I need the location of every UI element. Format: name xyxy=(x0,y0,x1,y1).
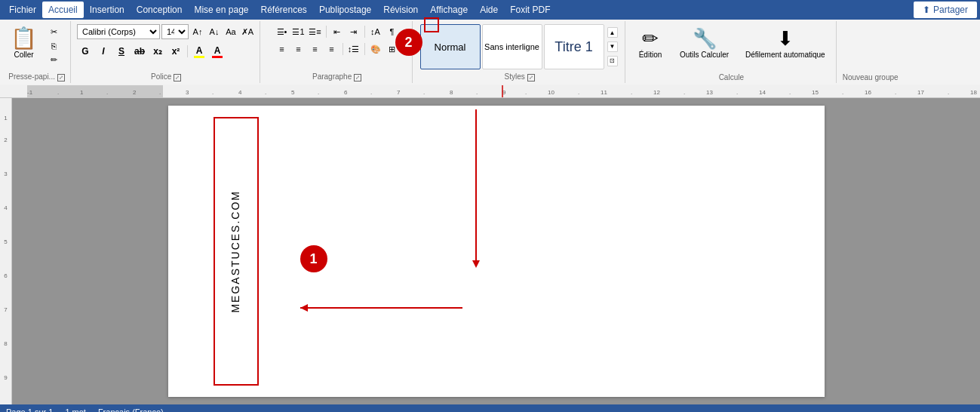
multilevel-button[interactable]: ☰≡ xyxy=(308,24,323,39)
menu-conception[interactable]: Conception xyxy=(131,2,189,18)
svg-text:.: . xyxy=(842,89,843,96)
svg-rect-0 xyxy=(27,85,163,97)
underline-button[interactable]: S xyxy=(113,44,130,59)
decrease-indent-button[interactable]: ⇤ xyxy=(330,24,345,39)
paragraph-label: Paragraphe ⤢ xyxy=(312,71,361,81)
svg-text:.: . xyxy=(948,89,949,96)
font-content: Calibri (Corps) 14 A↑ A↓ Aa ✗A G I S ab … xyxy=(77,23,255,71)
svg-text:1: 1 xyxy=(80,89,84,96)
numbering-button[interactable]: ☰1 xyxy=(291,24,306,39)
styles-scroll-up[interactable]: ▲ xyxy=(607,27,618,38)
svg-text:-1: -1 xyxy=(27,89,33,96)
paragraph-row-1: ☰• ☰1 ☰≡ ⇤ ⇥ ↕A ¶ xyxy=(275,24,400,39)
justify-button[interactable]: ≡ xyxy=(324,42,339,57)
align-left-button[interactable]: ≡ xyxy=(275,42,290,57)
svg-text:.: . xyxy=(212,89,214,96)
svg-text:.: . xyxy=(684,89,685,96)
svg-text:15: 15 xyxy=(812,89,819,96)
align-center-button[interactable]: ≡ xyxy=(291,42,306,57)
share-button[interactable]: ⬆ Partager xyxy=(914,2,977,18)
paragraph-content: ☰• ☰1 ☰≡ ⇤ ⇥ ↕A ¶ ≡ ≡ ≡ ≡ ↕☰ xyxy=(275,23,400,71)
font-label: Police ⤢ xyxy=(151,71,181,81)
subscript-button[interactable]: x₂ xyxy=(149,44,166,59)
document-scroll[interactable]: MEGASTUCES.COM 1 xyxy=(12,98,980,404)
clipboard-expand-icon[interactable]: ⤢ xyxy=(57,74,65,81)
menu-aide[interactable]: Aide xyxy=(474,2,504,18)
svg-text:7: 7 xyxy=(397,89,401,96)
menu-references[interactable]: Références xyxy=(255,2,313,18)
vertical-text: MEGASTUCES.COM xyxy=(229,190,244,313)
font-size-select[interactable]: 14 xyxy=(161,24,189,39)
cut-button[interactable]: ✂ xyxy=(43,26,64,38)
styles-expand-btn[interactable]: ⊡ xyxy=(607,56,618,66)
increase-indent-button[interactable]: ⇥ xyxy=(346,24,361,39)
clipboard-group: 📋 Coller ✂ ⎘ ✏ Presse-papi... ⤢ xyxy=(3,21,71,83)
paste-label: Coller xyxy=(14,51,33,59)
menu-accueil[interactable]: Accueil xyxy=(42,2,84,18)
svg-marker-44 xyxy=(472,260,480,268)
edition-button[interactable]: ✏ Édition xyxy=(631,24,669,62)
line-spacing-button[interactable]: ↕☰ xyxy=(346,42,361,57)
increase-font-button[interactable]: A↑ xyxy=(190,24,205,39)
svg-text:10: 10 xyxy=(548,89,555,96)
paste-button[interactable]: 📋 Coller xyxy=(8,24,40,69)
document-page: MEGASTUCES.COM 1 xyxy=(168,106,825,397)
para-div2 xyxy=(364,26,365,38)
styles-group: Normal Sans interligne Titre 1 ▲ ▼ ⊡ Sty… xyxy=(414,21,625,83)
clipboard-actions: ✂ ⎘ ✏ xyxy=(41,24,66,69)
svg-marker-42 xyxy=(300,304,308,312)
svg-text:18: 18 xyxy=(970,89,977,96)
styles-expand-icon[interactable]: ⤢ xyxy=(527,74,535,81)
sort-button[interactable]: ↕A xyxy=(368,24,383,39)
menu-mise-en-page[interactable]: Mise en page xyxy=(188,2,254,18)
superscript-button[interactable]: x² xyxy=(167,44,184,59)
menu-revision[interactable]: Révision xyxy=(377,2,424,18)
svg-text:14: 14 xyxy=(759,89,766,96)
menu-foxit[interactable]: Foxit PDF xyxy=(504,2,556,18)
copy-button[interactable]: ⎘ xyxy=(43,40,64,52)
styles-scroll: ▲ ▼ ⊡ xyxy=(606,24,619,69)
svg-text:.: . xyxy=(525,89,527,96)
strikethrough-button[interactable]: ab xyxy=(131,44,148,59)
outils-calculer-button[interactable]: 🔧 Outils Calculer xyxy=(674,24,735,62)
nouveau-label: Nouveau groupe xyxy=(843,72,899,81)
menu-fichier[interactable]: Fichier xyxy=(3,2,42,18)
svg-rect-2 xyxy=(676,85,978,97)
para-div1 xyxy=(326,26,327,38)
ribbon-row: 📋 Coller ✂ ⎘ ✏ Presse-papi... ⤢ Calibri xyxy=(0,20,980,85)
decrease-font-button[interactable]: A↓ xyxy=(207,24,222,39)
vertical-ruler: 1 2 3 4 5 6 7 8 9 xyxy=(0,98,12,404)
italic-button[interactable]: I xyxy=(95,44,112,59)
change-case-button[interactable]: Aa xyxy=(223,24,238,39)
svg-text:.: . xyxy=(789,89,791,96)
bullets-button[interactable]: ☰• xyxy=(275,24,290,39)
text-highlight-button[interactable]: A xyxy=(191,44,207,59)
scroll-icon: ⬇ xyxy=(777,27,794,51)
menu-affichage[interactable]: Affichage xyxy=(424,2,474,18)
font-family-select[interactable]: Calibri (Corps) xyxy=(77,24,160,39)
menu-publipostage[interactable]: Publipostage xyxy=(313,2,377,18)
defilement-automatique-button[interactable]: ⬇ Défilement automatique xyxy=(739,24,831,62)
vertical-arrow-svg xyxy=(468,106,484,272)
style-title-1[interactable]: Titre 1 xyxy=(544,24,604,69)
svg-text:17: 17 xyxy=(917,89,924,96)
svg-text:.: . xyxy=(318,89,319,96)
svg-text:.: . xyxy=(578,89,579,96)
style-no-spacing[interactable]: Sans interligne xyxy=(482,24,542,69)
paragraph-expand-icon[interactable]: ⤢ xyxy=(354,74,361,81)
menu-insertion[interactable]: Insertion xyxy=(84,2,131,18)
shading-button[interactable]: 🎨 xyxy=(368,42,383,57)
horizontal-ruler: -1 . 1 . 2 . 3 . 4 . 5 . 6 . 7 . 8 . 9 .… xyxy=(0,85,980,98)
align-right-button[interactable]: ≡ xyxy=(308,42,323,57)
svg-text:12: 12 xyxy=(653,89,660,96)
status-bar: Page 1 sur 1 1 mot Français (France) xyxy=(0,404,980,412)
font-expand-icon[interactable]: ⤢ xyxy=(174,74,181,81)
bold-button[interactable]: G xyxy=(77,44,94,59)
svg-text:3: 3 xyxy=(186,89,189,96)
style-list: Normal Sans interligne Titre 1 xyxy=(420,24,604,69)
scroll-label: Défilement automatique xyxy=(745,51,825,59)
styles-scroll-down[interactable]: ▼ xyxy=(607,42,618,52)
format-painter-button[interactable]: ✏ xyxy=(43,54,64,66)
clear-format-button[interactable]: ✗A xyxy=(240,24,255,39)
font-color-button[interactable]: A xyxy=(209,44,226,59)
